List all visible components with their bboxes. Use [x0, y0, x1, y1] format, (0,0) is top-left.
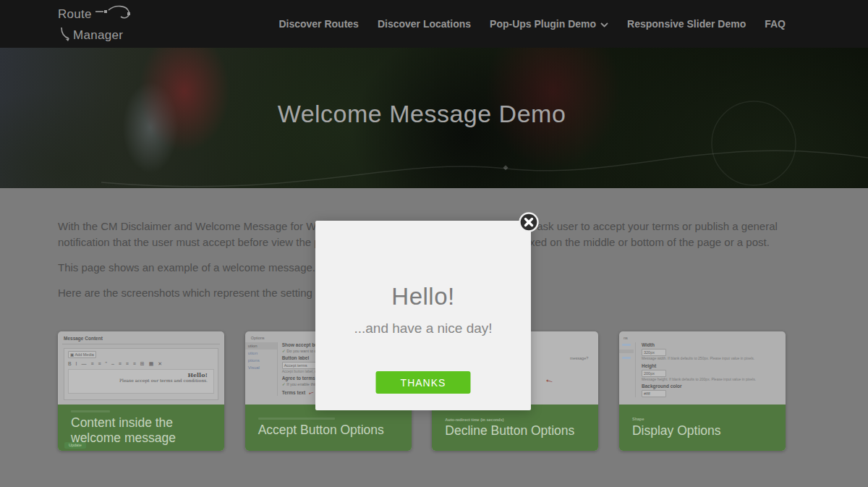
- card-caption-overlay: Auto-redirect time (in seconds) Decline …: [432, 405, 598, 451]
- top-nav-bar: Route Manager: [0, 0, 868, 48]
- card-caption-overlay: Shape Display Options: [619, 405, 786, 451]
- modal-title: Hello!: [315, 283, 531, 310]
- route-squiggle-icon: [95, 5, 132, 23]
- chevron-down-icon: [600, 18, 608, 30]
- logo-text-line2: Manager: [73, 29, 123, 41]
- route-hook-icon: [59, 27, 71, 43]
- card-caption: Decline Button Options: [445, 423, 585, 439]
- page-title: Welcome Message Demo: [58, 100, 786, 128]
- logo-text-line1: Route: [58, 8, 92, 20]
- nav-item-discover-routes[interactable]: Discover Routes: [278, 18, 358, 30]
- card-caption-overlay: Content inside the welcome message Updat…: [58, 405, 224, 451]
- nav-item-discover-locations[interactable]: Discover Locations: [378, 18, 471, 30]
- editor-toolbar-icons: B I ― ≡ ≡ " – ≡ ≡ ≡ ⊞ ▦ ✕: [68, 361, 214, 367]
- main-navigation: Discover Routes Discover Locations Pop-U…: [278, 0, 786, 48]
- nav-item-popups-plugin-demo[interactable]: Pop-Ups Plugin Demo: [490, 18, 608, 30]
- modal-subtitle: ...and have a nice day!: [315, 321, 531, 336]
- update-button-ghost: Update: [64, 442, 86, 449]
- hero-banner: Welcome Message Demo: [0, 48, 868, 188]
- card-caption: Content inside the welcome message: [71, 415, 211, 446]
- card-caption: Display Options: [632, 423, 773, 439]
- page: Route Manager: [0, 0, 868, 487]
- modal-close-button[interactable]: [518, 211, 540, 233]
- close-icon: [518, 224, 540, 235]
- welcome-modal: Hello! ...and have a nice day! THANKS: [315, 221, 531, 410]
- thanks-button[interactable]: THANKS: [376, 371, 471, 394]
- add-media-button: ▣ Add Media: [68, 351, 96, 358]
- red-arrow-icon: ←: [545, 376, 556, 384]
- card-caption: Accept Button Options: [258, 423, 399, 438]
- card-caption-overlay: Accept Button Options: [245, 405, 412, 451]
- nav-item-responsive-slider-demo[interactable]: Responsive Slider Demo: [627, 18, 746, 30]
- screenshot-card-display-options[interactable]: ns Width 320px Message width. If blank d…: [619, 331, 786, 451]
- screenshot-card-message-content[interactable]: Message Content ▣ Add Media B I ― ≡ ≡ " …: [58, 331, 224, 451]
- site-logo[interactable]: Route Manager: [58, 5, 132, 43]
- red-arrow-icon: ←: [306, 387, 315, 395]
- nav-item-faq[interactable]: FAQ: [765, 18, 786, 30]
